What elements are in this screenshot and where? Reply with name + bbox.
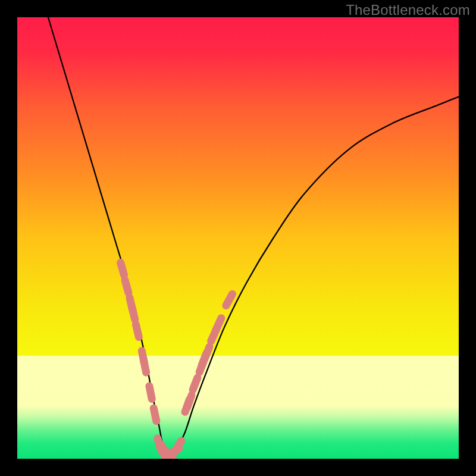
bottleneck-curve <box>48 17 459 455</box>
marker-capsule <box>205 347 209 359</box>
watermark-text: TheBottleneck.com <box>346 2 470 18</box>
marker-capsule <box>125 280 129 293</box>
marker-capsule <box>149 386 152 399</box>
marker-capsule <box>193 378 198 390</box>
marker-capsule <box>154 408 156 421</box>
marker-capsule <box>226 294 233 305</box>
markers-layer <box>121 262 233 458</box>
marker-capsule <box>216 318 221 330</box>
chart-svg <box>17 17 459 459</box>
marker-capsule <box>121 262 124 275</box>
marker-capsule <box>132 306 135 319</box>
curve-layer <box>48 17 459 455</box>
marker-capsule <box>143 359 146 372</box>
marker-capsule <box>136 324 139 337</box>
marker-capsule <box>187 395 192 408</box>
chart-wrapper: TheBottleneck.com <box>0 0 476 476</box>
